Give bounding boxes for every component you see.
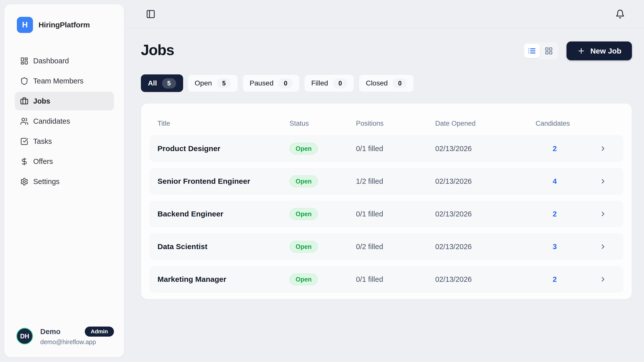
sidebar-item-tasks[interactable]: Tasks <box>15 132 114 151</box>
panel-left-icon <box>146 9 155 19</box>
filter-count-badge: 5 <box>162 78 176 88</box>
candidates-count-link[interactable]: 2 <box>536 275 574 284</box>
filter-count-badge: 0 <box>333 78 347 88</box>
status-badge: Open <box>290 175 318 187</box>
chevron-right-icon[interactable] <box>599 210 607 218</box>
table-row[interactable]: Marketing Manager Open 0/1 filled 02/13/… <box>149 266 623 293</box>
column-header-title: Title <box>157 120 290 127</box>
filter-closed[interactable]: Closed 0 <box>359 74 414 92</box>
candidates-count-link[interactable]: 4 <box>536 177 574 186</box>
user-email: demo@hireflow.app <box>40 338 114 346</box>
positions-cell: 0/1 filled <box>356 145 435 153</box>
chevron-right-icon[interactable] <box>599 243 607 250</box>
jobs-table: Title Status Positions Date Opened Candi… <box>141 103 632 299</box>
sidebar-item-offers[interactable]: Offers <box>15 152 114 171</box>
sidebar-item-candidates[interactable]: Candidates <box>15 112 114 130</box>
date-opened-cell: 02/13/2026 <box>435 145 536 153</box>
filter-label: Open <box>195 79 212 87</box>
positions-cell: 0/1 filled <box>356 275 435 284</box>
sidebar-item-label: Dashboard <box>33 57 69 65</box>
filter-label: Filled <box>311 79 328 87</box>
gear-icon <box>20 177 28 186</box>
candidates-count-link[interactable]: 2 <box>536 210 574 218</box>
filter-label: Closed <box>366 79 388 87</box>
filter-all[interactable]: All 5 <box>141 74 183 92</box>
grid-view-button[interactable] <box>541 44 557 58</box>
candidates-count-link[interactable]: 3 <box>536 243 574 251</box>
table-row[interactable]: Data Scientist Open 0/2 filled 02/13/202… <box>149 233 623 260</box>
bell-icon <box>615 9 625 19</box>
page-title: Jobs <box>141 41 174 59</box>
grid-icon <box>545 47 553 55</box>
dollar-icon <box>20 157 28 166</box>
table-row[interactable]: Senior Frontend Engineer Open 1/2 filled… <box>149 168 623 195</box>
users-icon <box>20 117 28 125</box>
app-logo-letter: H <box>22 20 28 29</box>
filter-paused[interactable]: Paused 0 <box>243 74 300 92</box>
column-header-positions: Positions <box>356 120 435 127</box>
notifications-button[interactable] <box>614 8 626 20</box>
table-row[interactable]: Product Designer Open 0/1 filled 02/13/2… <box>149 135 623 162</box>
sidebar-item-team-members[interactable]: Team Members <box>15 72 114 90</box>
new-job-label: New Job <box>590 47 621 55</box>
sidebar-item-jobs[interactable]: Jobs <box>15 92 114 110</box>
sidebar-item-settings[interactable]: Settings <box>15 172 114 191</box>
sidebar-item-label: Team Members <box>33 77 84 85</box>
dashboard-icon <box>20 57 28 65</box>
table-header: Title Status Positions Date Opened Candi… <box>149 112 623 135</box>
sidebar-item-label: Tasks <box>33 137 52 146</box>
filter-label: Paused <box>250 79 273 87</box>
job-title: Data Scientist <box>157 242 290 251</box>
sidebar-toggle-button[interactable] <box>144 8 157 20</box>
date-opened-cell: 02/13/2026 <box>435 210 536 218</box>
plus-icon <box>577 47 585 55</box>
chevron-right-icon[interactable] <box>599 145 607 152</box>
new-job-button[interactable]: New Job <box>567 41 632 60</box>
candidates-count-link[interactable]: 2 <box>536 145 574 153</box>
table-row[interactable]: Backend Engineer Open 0/1 filled 02/13/2… <box>149 201 623 227</box>
sidebar: H HiringPlatform Dashboard Team Members … <box>4 4 124 357</box>
column-header-candidates: Candidates <box>536 120 574 127</box>
filter-count-badge: 0 <box>278 78 293 88</box>
sidebar-item-label: Candidates <box>33 117 70 125</box>
date-opened-cell: 02/13/2026 <box>435 177 536 186</box>
status-badge: Open <box>290 143 318 155</box>
date-opened-cell: 02/13/2026 <box>435 275 536 284</box>
filter-filled[interactable]: Filled 0 <box>304 74 354 92</box>
user-name: Demo <box>40 328 61 336</box>
chevron-right-icon[interactable] <box>599 177 607 185</box>
status-badge: Open <box>290 241 318 253</box>
filter-open[interactable]: Open 5 <box>188 74 238 92</box>
list-icon <box>528 47 536 55</box>
content: Jobs New Job All 5 <box>124 28 644 299</box>
job-title: Backend Engineer <box>157 210 290 218</box>
positions-cell: 1/2 filled <box>356 177 435 186</box>
topbar <box>124 0 644 28</box>
shield-icon <box>20 77 28 85</box>
sidebar-item-label: Jobs <box>33 97 50 105</box>
square-check-icon <box>20 137 28 146</box>
column-header-status: Status <box>290 120 356 127</box>
app-logo: H <box>17 17 33 33</box>
app-logo-row: H HiringPlatform <box>4 4 124 33</box>
positions-cell: 0/2 filled <box>356 243 435 251</box>
status-badge: Open <box>290 208 318 220</box>
briefcase-icon <box>20 97 28 105</box>
sidebar-item-label: Offers <box>33 157 53 166</box>
column-header-date-opened: Date Opened <box>435 120 536 127</box>
list-view-button[interactable] <box>524 44 540 58</box>
user-menu[interactable]: DH Demo Admin demo@hireflow.app <box>4 327 124 357</box>
job-title: Product Designer <box>157 144 290 153</box>
filter-count-badge: 5 <box>217 78 231 88</box>
job-title: Senior Frontend Engineer <box>157 177 290 186</box>
filter-label: All <box>148 79 157 87</box>
status-badge: Open <box>290 274 318 285</box>
app-title: HiringPlatform <box>38 21 90 29</box>
positions-cell: 0/1 filled <box>356 210 435 218</box>
date-opened-cell: 02/13/2026 <box>435 243 536 251</box>
main-area: Jobs New Job All 5 <box>124 0 644 362</box>
sidebar-nav: Dashboard Team Members Jobs Candidates T… <box>4 52 124 192</box>
chevron-right-icon[interactable] <box>599 276 607 283</box>
job-title: Marketing Manager <box>157 275 290 284</box>
sidebar-item-dashboard[interactable]: Dashboard <box>15 52 114 70</box>
